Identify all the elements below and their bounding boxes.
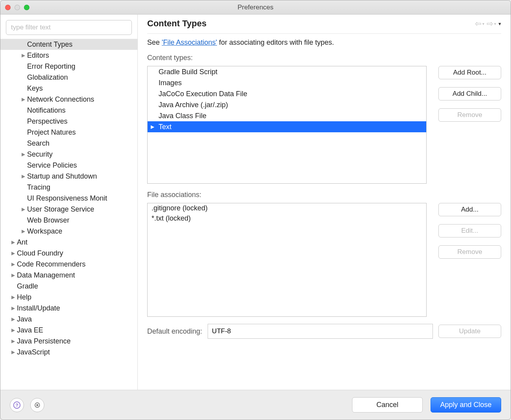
tree-item[interactable]: ▶Data Management	[0, 270, 137, 281]
tree-item[interactable]: ▶Install/Update	[0, 303, 137, 314]
tree-item-label: Code Recommenders	[16, 260, 86, 268]
tree-item[interactable]: Project Natures	[0, 127, 137, 138]
chevron-right-icon: ▶	[11, 316, 15, 322]
file-associations-list[interactable]: .gitignore (locked)*.txt (locked)	[147, 203, 427, 317]
view-menu-icon[interactable]: ▾	[498, 21, 501, 27]
content-type-label: Images	[159, 79, 182, 87]
footer: ? Cancel Apply and Close	[0, 390, 511, 420]
content-type-item[interactable]: JaCoCo Execution Data File	[148, 88, 426, 99]
tree-item-label: Perspectives	[26, 117, 68, 126]
file-association-item[interactable]: .gitignore (locked)	[148, 203, 426, 214]
tree-item[interactable]: ▶Help	[0, 292, 137, 303]
content-type-label: Gradle Build Script	[159, 68, 217, 76]
tree-item[interactable]: ▶Editors	[0, 50, 137, 61]
chevron-right-icon: ▶	[21, 228, 26, 234]
tree-item[interactable]: Tracing	[0, 182, 137, 193]
minimize-window-icon	[15, 5, 20, 10]
tree-item[interactable]: Service Policies	[0, 160, 137, 171]
tree-item[interactable]: ▶Startup and Shutdown	[0, 171, 137, 182]
add-root-button[interactable]: Add Root...	[438, 66, 501, 79]
content-type-item[interactable]: Images	[148, 77, 426, 88]
file-associations-link[interactable]: 'File Associations'	[162, 38, 217, 46]
cancel-button[interactable]: Cancel	[352, 397, 423, 413]
tree-item[interactable]: UI Responsiveness Monit	[0, 193, 137, 204]
tree-item[interactable]: ▶Network Connections	[0, 94, 137, 105]
tree-item[interactable]: ▶Java	[0, 314, 137, 325]
zoom-window-icon[interactable]	[24, 5, 29, 10]
chevron-right-icon: ▶	[11, 305, 15, 311]
chevron-right-icon: ▶	[11, 261, 15, 267]
intro-prefix: See	[147, 38, 162, 46]
chevron-right-icon: ▶	[11, 338, 15, 344]
nav-toolbar: ⇦▾ ⇨▾ ▾	[475, 19, 501, 28]
close-window-icon[interactable]	[5, 5, 11, 10]
content-type-item[interactable]: Java Class File	[148, 110, 426, 121]
chevron-right-icon: ▶	[11, 349, 15, 355]
tree-item-label: Tracing	[26, 183, 50, 192]
tree-item[interactable]: ▶Workspace	[0, 226, 137, 237]
remove-type-button: Remove	[438, 108, 501, 122]
file-association-item[interactable]: *.txt (locked)	[148, 214, 426, 224]
tree-item[interactable]: Notifications	[0, 105, 137, 116]
content-type-item[interactable]: ▶Text	[148, 121, 426, 132]
nav-back-button[interactable]: ⇦▾	[475, 19, 484, 28]
tree-item-label: Web Browser	[26, 216, 69, 225]
tree-item[interactable]: ▶Code Recommenders	[0, 259, 137, 270]
chevron-right-icon: ▶	[11, 327, 15, 333]
progress-icon	[33, 401, 41, 409]
sidebar: Content Types▶EditorsError ReportingGlob…	[0, 15, 138, 390]
tree-item-label: Content Types	[26, 40, 73, 49]
chevron-right-icon: ▶	[21, 173, 26, 179]
remove-assoc-button: Remove	[438, 245, 501, 259]
tree-item[interactable]: Content Types	[0, 39, 137, 50]
tree-item[interactable]: ▶Security	[0, 149, 137, 160]
svg-point-3	[36, 404, 38, 406]
tree-item-label: UI Responsiveness Monit	[26, 194, 107, 203]
svg-text:?: ?	[15, 402, 18, 407]
tree-item[interactable]: ▶Java Persistence	[0, 336, 137, 347]
tree-item[interactable]: Search	[0, 138, 137, 149]
tree-item-label: Editors	[26, 51, 49, 60]
tree-item-label: Project Natures	[26, 128, 76, 137]
tree-item[interactable]: Globalization	[0, 72, 137, 83]
tree-item[interactable]: Web Browser	[0, 215, 137, 226]
tree-item[interactable]: ▶User Storage Service	[0, 204, 137, 215]
chevron-right-icon: ▶	[21, 97, 26, 102]
tree-item[interactable]: ▶JavaScript	[0, 347, 137, 358]
add-assoc-button[interactable]: Add...	[438, 203, 501, 216]
tree-item-label: Ant	[16, 238, 27, 247]
main-panel: Content Types ⇦▾ ⇨▾ ▾ See 'File Associat…	[138, 15, 511, 390]
nav-forward-button[interactable]: ⇨▾	[487, 19, 496, 28]
progress-button[interactable]	[30, 398, 44, 412]
chevron-right-icon: ▶	[21, 53, 26, 58]
chevron-right-icon: ▶	[151, 124, 154, 130]
tree-item[interactable]: ▶Cloud Foundry	[0, 248, 137, 259]
apply-close-button[interactable]: Apply and Close	[431, 397, 501, 413]
tree-item-label: Keys	[26, 84, 43, 93]
tree-item[interactable]: Perspectives	[0, 116, 137, 127]
tree-item[interactable]: ▶Java EE	[0, 325, 137, 336]
titlebar[interactable]: Preferences	[0, 0, 511, 15]
tree-item-label: JavaScript	[16, 348, 50, 356]
preferences-tree[interactable]: Content Types▶EditorsError ReportingGlob…	[0, 38, 137, 390]
tree-item-label: Service Policies	[26, 161, 77, 170]
content-type-item[interactable]: Java Archive (.jar/.zip)	[148, 99, 426, 110]
intro-suffix: for associating editors with file types.	[217, 38, 334, 46]
tree-item[interactable]: Keys	[0, 83, 137, 94]
tree-item[interactable]: ▶Ant	[0, 237, 137, 248]
tree-item-label: User Storage Service	[26, 205, 94, 214]
content-type-item[interactable]: Gradle Build Script	[148, 66, 426, 77]
encoding-label: Default encoding:	[147, 327, 202, 336]
content-type-label: Java Archive (.jar/.zip)	[159, 101, 228, 109]
tree-item-label: Java Persistence	[16, 337, 71, 345]
window-title: Preferences	[0, 4, 511, 11]
intro-text: See 'File Associations' for associating …	[147, 34, 501, 47]
add-child-button[interactable]: Add Child...	[438, 87, 501, 100]
filter-input[interactable]	[6, 20, 132, 35]
tree-item[interactable]: Error Reporting	[0, 61, 137, 72]
help-button[interactable]: ?	[10, 398, 24, 412]
tree-item[interactable]: Gradle	[0, 281, 137, 292]
content-types-list[interactable]: Gradle Build ScriptImagesJaCoCo Executio…	[147, 66, 427, 184]
content-types-label: Content types:	[147, 54, 501, 62]
encoding-input[interactable]	[208, 324, 433, 339]
